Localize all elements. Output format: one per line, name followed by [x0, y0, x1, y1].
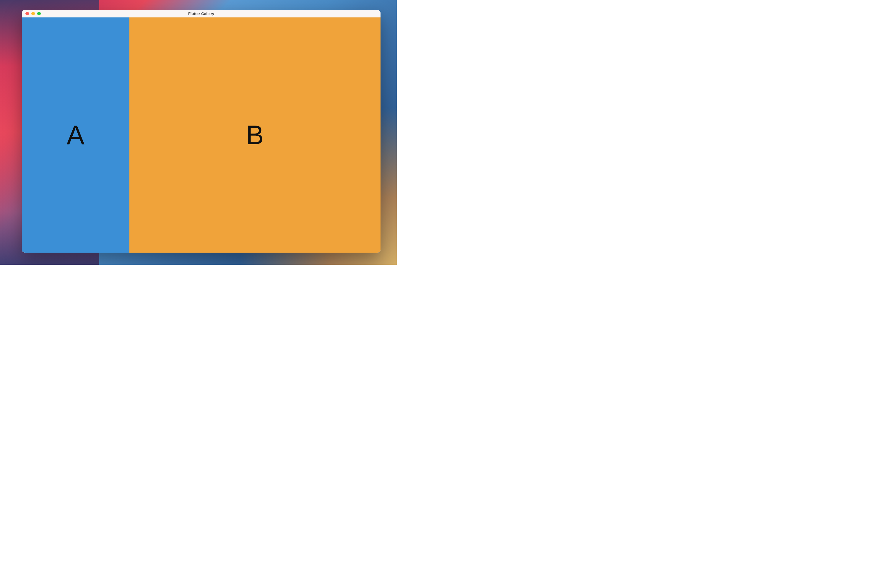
app-window: Flutter Gallery A B	[22, 10, 381, 253]
maximize-icon[interactable]	[37, 12, 41, 15]
minimize-icon[interactable]	[31, 12, 35, 15]
panel-a-label: A	[67, 120, 85, 150]
content-area: A B	[22, 17, 381, 253]
window-controls	[22, 12, 41, 15]
panel-b: B	[129, 17, 381, 253]
window-title: Flutter Gallery	[22, 12, 381, 16]
close-icon[interactable]	[25, 12, 29, 15]
titlebar[interactable]: Flutter Gallery	[22, 10, 381, 17]
panel-a: A	[22, 17, 129, 253]
panel-b-label: B	[246, 120, 264, 150]
